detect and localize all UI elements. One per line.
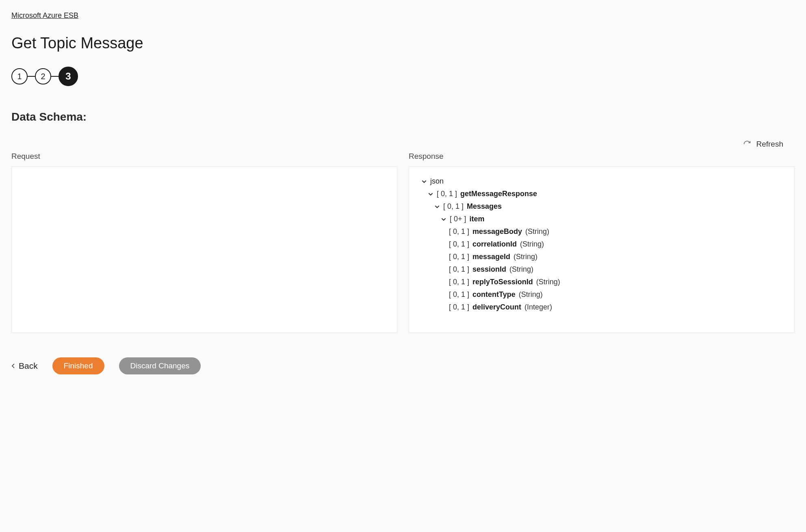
tree-node-name: item xyxy=(470,215,485,223)
tree-leaf[interactable]: [ 0, 1 ]replyToSessionId(String) xyxy=(416,276,787,288)
tree-leaf[interactable]: [ 0, 1 ]deliveryCount(Integer) xyxy=(416,301,787,314)
request-column: Request xyxy=(11,152,397,333)
tree-node-type: (String) xyxy=(514,253,537,261)
tree-node-cardinality: [ 0, 1 ] xyxy=(449,290,469,299)
tree-node-item[interactable]: [ 0+ ] item xyxy=(416,213,787,225)
tree-node-cardinality: [ 0, 1 ] xyxy=(449,240,469,249)
response-label: Response xyxy=(409,152,795,161)
breadcrumb-link[interactable]: Microsoft Azure ESB xyxy=(11,11,78,20)
tree-node-type: (String) xyxy=(525,227,549,236)
tree-leaf[interactable]: [ 0, 1 ]messageBody(String) xyxy=(416,225,787,238)
chevron-down-icon xyxy=(434,204,440,210)
tree-node-name: messageId xyxy=(472,253,510,261)
tree-node-type: (String) xyxy=(536,278,560,286)
tree-leaf[interactable]: [ 0, 1 ]sessionId(String) xyxy=(416,263,787,276)
tree-node-name: getMessageResponse xyxy=(460,190,537,198)
step-connector xyxy=(28,76,35,77)
step-connector xyxy=(51,76,58,77)
tree-node-messages[interactable]: [ 0, 1 ] Messages xyxy=(416,200,787,213)
refresh-icon xyxy=(743,140,751,148)
refresh-label: Refresh xyxy=(756,140,783,149)
chevron-down-icon xyxy=(428,191,433,197)
request-label: Request xyxy=(11,152,397,161)
tree-node-name: deliveryCount xyxy=(472,303,521,311)
page-title: Get Topic Message xyxy=(11,35,795,52)
chevron-left-icon xyxy=(11,363,15,369)
tree-node-name: Messages xyxy=(467,202,502,211)
tree-leaf[interactable]: [ 0, 1 ]messageId(String) xyxy=(416,251,787,263)
tree-node-cardinality: [ 0, 1 ] xyxy=(449,265,469,274)
tree-node-cardinality: [ 0+ ] xyxy=(450,215,466,223)
step-3[interactable]: 3 xyxy=(58,67,78,86)
tree-node-type: (String) xyxy=(519,290,543,299)
tree-leaf[interactable]: [ 0, 1 ]correlationId(String) xyxy=(416,238,787,251)
tree-node-cardinality: [ 0, 1 ] xyxy=(449,227,469,236)
back-label: Back xyxy=(19,361,38,371)
finished-button[interactable]: Finished xyxy=(52,357,104,374)
discard-changes-button[interactable]: Discard Changes xyxy=(119,357,201,374)
tree-node-cardinality: [ 0, 1 ] xyxy=(437,190,457,198)
back-button[interactable]: Back xyxy=(11,361,38,371)
tree-node-cardinality: [ 0, 1 ] xyxy=(449,278,469,286)
tree-node-label: json xyxy=(430,177,444,186)
tree-node-name: correlationId xyxy=(472,240,517,249)
tree-node-getmessageresponse[interactable]: [ 0, 1 ] getMessageResponse xyxy=(416,188,787,200)
tree-node-name: sessionId xyxy=(472,265,506,274)
tree-node-name: messageBody xyxy=(472,227,522,236)
tree-node-json[interactable]: json xyxy=(416,175,787,188)
response-panel: json [ 0, 1 ] getMessageResponse [ 0, 1 … xyxy=(409,167,795,333)
refresh-button[interactable]: Refresh xyxy=(743,140,783,149)
request-panel xyxy=(11,167,397,333)
section-heading: Data Schema: xyxy=(11,110,795,123)
tree-node-type: (Integer) xyxy=(524,303,552,311)
step-1[interactable]: 1 xyxy=(11,68,28,84)
tree-leaf[interactable]: [ 0, 1 ]contentType(String) xyxy=(416,288,787,301)
tree-node-type: (String) xyxy=(520,240,544,249)
chevron-down-icon xyxy=(441,216,446,222)
tree-node-name: contentType xyxy=(472,290,516,299)
step-2[interactable]: 2 xyxy=(35,68,51,84)
tree-node-cardinality: [ 0, 1 ] xyxy=(449,303,469,311)
response-column: Response json [ 0, 1 ] getMessageRespons… xyxy=(409,152,795,333)
tree-node-type: (String) xyxy=(509,265,533,274)
tree-node-cardinality: [ 0, 1 ] xyxy=(443,202,464,211)
tree-node-name: replyToSessionId xyxy=(472,278,533,286)
chevron-down-icon xyxy=(421,179,427,184)
stepper: 1 2 3 xyxy=(11,67,795,86)
tree-node-cardinality: [ 0, 1 ] xyxy=(449,253,469,261)
